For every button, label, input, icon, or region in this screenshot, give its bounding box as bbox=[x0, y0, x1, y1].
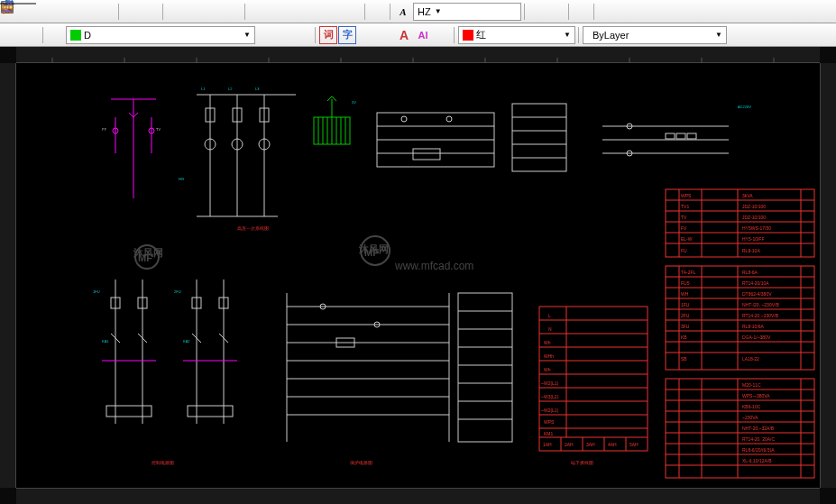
separator bbox=[568, 4, 570, 20]
ruler-corner bbox=[0, 47, 16, 63]
table-icon[interactable] bbox=[249, 3, 267, 21]
svg-text:RT14-20/10A: RT14-20/10A bbox=[742, 280, 769, 286]
svg-point-81 bbox=[446, 116, 452, 122]
home-icon[interactable] bbox=[22, 26, 40, 44]
svg-rect-219 bbox=[666, 379, 814, 478]
zoom-out-icon[interactable] bbox=[186, 3, 204, 21]
globe-icon[interactable] bbox=[325, 3, 343, 21]
svg-text:3FU: 3FU bbox=[681, 324, 690, 329]
main-toolbar: A HZ▼ bbox=[0, 0, 836, 23]
pencil-icon[interactable] bbox=[78, 3, 96, 21]
properties-icon[interactable] bbox=[573, 3, 591, 21]
zoom-in-icon[interactable] bbox=[167, 3, 185, 21]
undo-icon[interactable] bbox=[123, 3, 141, 21]
word-icon[interactable]: 词 bbox=[319, 26, 337, 44]
font-dropdown[interactable]: HZ▼ bbox=[413, 3, 521, 21]
separator bbox=[578, 27, 580, 43]
grid-icon[interactable] bbox=[268, 3, 286, 21]
diamond-icon[interactable] bbox=[275, 26, 293, 44]
svg-text:M20-11C: M20-11C bbox=[742, 382, 761, 388]
hatch-icon[interactable] bbox=[294, 26, 312, 44]
ortho-icon[interactable] bbox=[369, 3, 387, 21]
text-a-icon[interactable]: A bbox=[395, 26, 413, 44]
svg-text:TA-2FL: TA-2FL bbox=[681, 270, 696, 275]
svg-text:2AH: 2AH bbox=[565, 442, 574, 447]
svg-text:TV: TV bbox=[156, 127, 161, 132]
zoom-window-icon[interactable] bbox=[205, 3, 223, 21]
svg-text:L2: L2 bbox=[228, 87, 233, 91]
svg-text:RL8-6A: RL8-6A bbox=[742, 270, 758, 275]
layer-dropdown[interactable]: D ▼ bbox=[66, 26, 255, 44]
svg-rect-91 bbox=[666, 133, 675, 139]
svg-text:L: L bbox=[548, 313, 551, 318]
svg-text:RL8-6/20/(6/3)A: RL8-6/20/(6/3)A bbox=[742, 447, 775, 453]
pen-icon[interactable] bbox=[60, 3, 78, 21]
ruler-top bbox=[16, 47, 820, 63]
svg-text:KM1: KM1 bbox=[544, 431, 554, 436]
svg-text:KB: KB bbox=[681, 334, 687, 340]
chevron-down-icon: ▼ bbox=[435, 7, 442, 15]
layers-icon[interactable] bbox=[287, 3, 305, 21]
layer-prev-icon[interactable] bbox=[256, 26, 274, 44]
svg-text:SB: SB bbox=[681, 356, 687, 362]
dim2-icon[interactable]: 尺 bbox=[376, 26, 394, 44]
redo-icon[interactable] bbox=[142, 3, 160, 21]
zoom-extents-icon[interactable] bbox=[224, 3, 242, 21]
svg-text:KB6-10C: KB6-10C bbox=[742, 404, 761, 409]
chevron-down-icon: ▼ bbox=[243, 31, 251, 39]
calculator-icon[interactable] bbox=[344, 3, 362, 21]
schematic-drawing: FF TV L1 L2 L3 HG bbox=[16, 63, 820, 488]
edit-icon[interactable] bbox=[306, 3, 324, 21]
separator bbox=[454, 27, 455, 43]
ruler-left bbox=[0, 63, 16, 488]
cursor-icon[interactable] bbox=[547, 3, 565, 21]
drawing-canvas[interactable]: FF TV L1 L2 L3 HG bbox=[0, 47, 836, 504]
svg-text:AC220V: AC220V bbox=[738, 105, 751, 109]
model-space[interactable]: FF TV L1 L2 L3 HG bbox=[16, 63, 820, 488]
svg-text:JDZ-10/100: JDZ-10/100 bbox=[742, 215, 766, 220]
svg-text:1AH: 1AH bbox=[543, 442, 552, 447]
separator bbox=[42, 27, 44, 43]
hsteel1-icon[interactable] bbox=[796, 3, 814, 21]
measure-icon[interactable] bbox=[433, 26, 451, 44]
hsteel2-icon[interactable] bbox=[815, 3, 833, 21]
svg-text:FV: FV bbox=[681, 225, 687, 231]
svg-text:~W3(L2): ~W3(L2) bbox=[541, 394, 559, 399]
layer-stack-icon[interactable] bbox=[47, 26, 65, 44]
dim1-icon[interactable]: FH bbox=[357, 26, 375, 44]
separator bbox=[118, 4, 120, 20]
save-icon[interactable] bbox=[41, 3, 59, 21]
svg-text:1FU: 1FU bbox=[681, 302, 690, 307]
svg-text:3kVA: 3kVA bbox=[742, 193, 753, 198]
color-swatch bbox=[463, 30, 473, 41]
svg-text:TV: TV bbox=[681, 215, 687, 220]
svg-text:4AH: 4AH bbox=[608, 442, 617, 447]
svg-text:3AH: 3AH bbox=[586, 442, 595, 447]
separator bbox=[162, 4, 164, 20]
svg-rect-107 bbox=[188, 406, 233, 417]
char-icon[interactable]: 字 bbox=[338, 26, 356, 44]
block-icon[interactable] bbox=[3, 26, 21, 44]
svg-text:Wh: Wh bbox=[544, 367, 551, 372]
color-label: 红 bbox=[476, 28, 486, 41]
separator bbox=[593, 4, 595, 20]
svg-text:XL-6,10/12A/B: XL-6,10/12A/B bbox=[742, 458, 772, 463]
chevron-down-icon: ▼ bbox=[715, 31, 722, 39]
svg-text:HG: HG bbox=[179, 177, 184, 181]
svg-text:NHT-20,~32A/B: NHT-20,~32A/B bbox=[742, 426, 775, 431]
svg-text:KA2: KA2 bbox=[183, 339, 190, 344]
color-dropdown[interactable]: 红 ▼ bbox=[458, 26, 575, 44]
svg-rect-83 bbox=[512, 104, 566, 171]
text-ai-icon[interactable]: AI bbox=[414, 26, 432, 44]
rect-select-icon[interactable] bbox=[528, 3, 547, 21]
svg-text:FU5: FU5 bbox=[681, 280, 690, 286]
svg-text:FF: FF bbox=[102, 127, 106, 132]
italic-icon[interactable]: A bbox=[394, 3, 412, 21]
svg-text:~W2(L1): ~W2(L1) bbox=[541, 380, 559, 386]
linetype-dropdown[interactable]: ByLayer ▼ bbox=[583, 26, 727, 44]
separator bbox=[364, 4, 366, 20]
svg-text:~230VA: ~230VA bbox=[742, 415, 758, 420]
svg-text:WPS: WPS bbox=[681, 193, 692, 198]
marker-icon[interactable] bbox=[97, 3, 115, 21]
svg-text:高压一次系统图: 高压一次系统图 bbox=[237, 225, 269, 231]
